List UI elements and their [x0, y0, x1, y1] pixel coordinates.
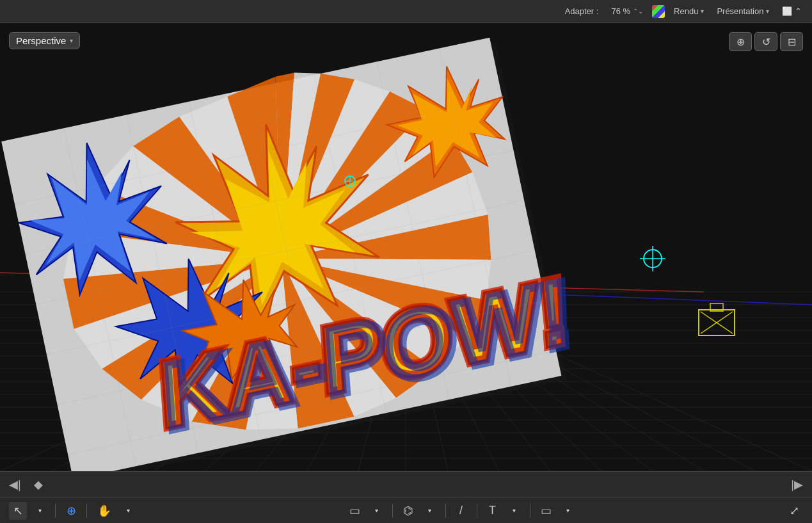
view-btn-orbit[interactable]: ⊕ [729, 32, 752, 51]
tools-sep-6 [530, 504, 530, 518]
tools-sep-2 [86, 504, 87, 518]
window-controls[interactable]: ⬜ ⌃ [778, 5, 806, 17]
tools-sep-5 [477, 504, 477, 518]
presentation-dropdown[interactable]: Présentation ▾ [713, 5, 773, 17]
text-dropdown[interactable]: ▾ [506, 502, 523, 520]
tools-sep-1 [55, 504, 56, 518]
mask-tool[interactable]: ▭ [537, 502, 555, 520]
paint-tool[interactable]: ⌬ [399, 502, 417, 520]
color-swatch[interactable] [652, 5, 665, 18]
pen-tool[interactable]: / [452, 502, 470, 520]
tools-sep-3 [392, 504, 393, 518]
top-toolbar: Adapter : 76 % ⌃⌄ Rendu ▾ Présentation ▾… [0, 0, 812, 23]
select-arrow-dropdown[interactable]: ▾ [31, 502, 49, 520]
view-btn-reset[interactable]: ↺ [754, 32, 777, 51]
pan-dropdown[interactable]: ▾ [119, 502, 137, 520]
paint-dropdown[interactable]: ▾ [421, 502, 439, 520]
shape-tool[interactable]: ▭ [346, 502, 364, 520]
perspective-arrow: ▾ [70, 37, 73, 44]
timeline-bar: ◀| ◆ |▶ [0, 471, 812, 497]
zoom-arrow: ⌃⌄ [633, 8, 643, 15]
scene-svg: KA-POW! KA-POW! KA-POW! [0, 23, 812, 471]
select-tool[interactable]: ↖ [9, 502, 27, 520]
timeline-marker[interactable]: ◆ [34, 478, 43, 492]
view-controls: ⊕ ↺ ⊟ [729, 32, 803, 51]
shape-dropdown[interactable]: ▾ [368, 502, 386, 520]
viewport: KA-POW! KA-POW! KA-POW! [0, 23, 812, 471]
adapt-label: Adapter : [561, 5, 603, 17]
text-tool[interactable]: T [484, 502, 502, 520]
render-arrow: ▾ [701, 8, 704, 15]
timeline-start[interactable]: ◀| [9, 478, 21, 492]
view-btn-fit[interactable]: ⊟ [780, 32, 803, 51]
presentation-arrow: ▾ [766, 8, 769, 15]
tools-bar: ↖ ▾ ⊕ ✋ ▾ ▭ ▾ ⌬ ▾ / T ▾ ▭ ▾ ⤢ [0, 497, 812, 523]
perspective-label: Perspective [16, 35, 66, 46]
timeline-end[interactable]: |▶ [791, 478, 803, 492]
tools-sep-4 [445, 504, 446, 518]
perspective-dropdown[interactable]: Perspective ▾ [9, 32, 80, 49]
render-dropdown[interactable]: Rendu ▾ [670, 5, 708, 17]
mask-dropdown[interactable]: ▾ [559, 502, 577, 520]
pan-tool[interactable]: ✋ [93, 502, 115, 520]
zoom-control[interactable]: 76 % ⌃⌄ [607, 5, 647, 17]
fit-screen-tool[interactable]: ⤢ [785, 502, 803, 520]
orbit-tool[interactable]: ⊕ [62, 502, 80, 520]
